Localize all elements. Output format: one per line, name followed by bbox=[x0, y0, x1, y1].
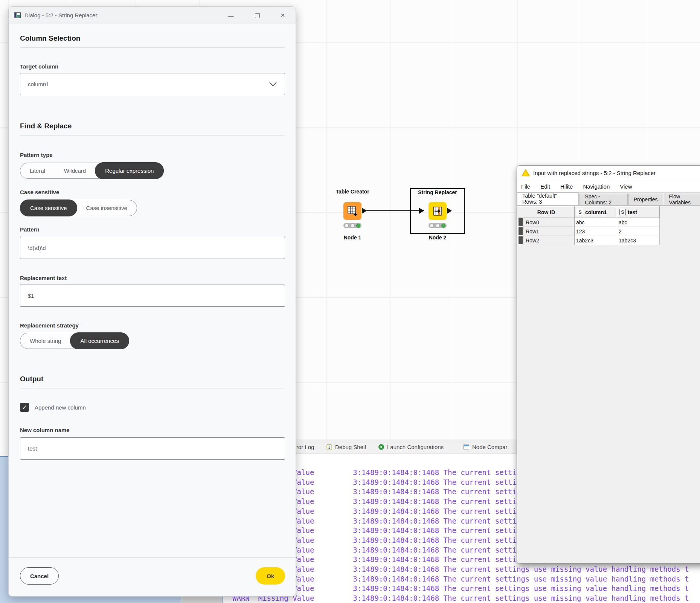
status-green-on bbox=[441, 224, 445, 228]
data-cell: 123 bbox=[575, 227, 617, 236]
data-cell: abc bbox=[575, 218, 617, 227]
tab-launch-configurations[interactable]: Launch Configurations bbox=[378, 440, 444, 454]
tab-node-comparator[interactable]: Node Compar bbox=[463, 440, 507, 454]
menu-edit[interactable]: Edit bbox=[540, 183, 550, 190]
launch-configurations-icon bbox=[378, 444, 384, 450]
string-replacer-dialog: Dialog - 5:2 - String Replacer — ✕ Colum… bbox=[8, 6, 296, 597]
node-label-2[interactable]: Node 2 bbox=[419, 234, 456, 241]
data-cell: 1ab2c3 bbox=[617, 236, 660, 245]
column-header-rowid[interactable]: Row ID bbox=[518, 207, 575, 218]
replacement-text-input[interactable]: $1 bbox=[20, 285, 285, 307]
debug-shell-icon: J bbox=[326, 444, 332, 450]
console-tab-label: Node Compar bbox=[472, 444, 507, 450]
table-view-titlebar[interactable]: Input with replaced strings - 5:2 - Stri… bbox=[517, 166, 700, 180]
console-tab-label: Debug Shell bbox=[335, 444, 366, 450]
status-amber-off bbox=[436, 224, 440, 228]
section-divider bbox=[20, 135, 285, 136]
row-id-cell: Row2 bbox=[523, 236, 575, 245]
ok-button[interactable]: Ok bbox=[256, 567, 285, 585]
table-row[interactable]: Row0 abc abc bbox=[518, 218, 660, 227]
tab-table-default[interactable]: Table "default" - Rows: 3 bbox=[517, 192, 579, 205]
node-title-table-creator: Table Creator bbox=[324, 189, 381, 195]
pattern-type-segmented: Literal Wildcard Regular expression bbox=[20, 163, 164, 179]
menu-file[interactable]: File bbox=[521, 183, 530, 190]
tab-properties[interactable]: Properties bbox=[628, 194, 663, 205]
pattern-type-label: Pattern type bbox=[20, 152, 53, 158]
table-header-row: Row ID Scolumn1 Stest bbox=[518, 207, 660, 218]
replacement-strategy-label: Replacement strategy bbox=[20, 322, 79, 329]
tab-spec-columns[interactable]: Spec - Columns: 2 bbox=[580, 194, 627, 205]
table-creator-status-light bbox=[343, 223, 361, 228]
status-amber-off bbox=[351, 224, 355, 228]
case-sensitive-label: Case sensitive bbox=[20, 189, 59, 195]
data-cell: abc bbox=[617, 218, 660, 227]
data-cell: 1ab2c3 bbox=[575, 236, 617, 245]
table-creator-node[interactable] bbox=[343, 202, 361, 220]
status-red-off bbox=[345, 224, 349, 228]
table-view-window: Input with replaced strings - 5:2 - Stri… bbox=[517, 165, 700, 563]
string-replacer-output-port[interactable] bbox=[447, 208, 452, 214]
menu-navigation[interactable]: Navigation bbox=[583, 183, 610, 190]
cancel-button[interactable]: Cancel bbox=[20, 567, 59, 585]
table-row[interactable]: Row2 1ab2c3 1ab2c3 bbox=[518, 236, 660, 245]
pattern-input[interactable]: \d(\d)\d bbox=[20, 237, 285, 259]
status-red-off bbox=[430, 224, 434, 228]
menu-view[interactable]: View bbox=[620, 183, 632, 190]
dialog-window-icon bbox=[14, 12, 21, 18]
section-heading-find-replace: Find & Replace bbox=[20, 122, 72, 130]
minimize-button[interactable]: — bbox=[220, 7, 241, 24]
string-replacer-node[interactable] bbox=[429, 202, 447, 220]
knime-triangle-icon bbox=[522, 169, 530, 177]
target-column-value: column1 bbox=[28, 81, 49, 87]
status-green-on bbox=[356, 224, 360, 228]
node-comparator-icon bbox=[463, 444, 470, 450]
new-column-name-value: test bbox=[28, 445, 37, 452]
pattern-value: \d(\d)\d bbox=[28, 245, 46, 251]
close-button[interactable]: ✕ bbox=[272, 7, 293, 24]
checkbox-checked-icon[interactable]: ✓ bbox=[20, 403, 29, 412]
table-row[interactable]: Row1 123 2 bbox=[518, 227, 660, 236]
string-type-icon: S bbox=[619, 209, 626, 215]
case-sensitive-segmented: Case sensitive Case insensitive bbox=[20, 200, 137, 216]
pattern-type-option-literal[interactable]: Literal bbox=[20, 163, 55, 179]
hilite-marker[interactable] bbox=[518, 227, 523, 236]
replacement-text-label: Replacement text bbox=[20, 275, 67, 281]
new-column-name-input[interactable]: test bbox=[20, 437, 285, 460]
string-replacer-input-port[interactable] bbox=[419, 208, 424, 214]
column-header-column1[interactable]: Scolumn1 bbox=[575, 207, 617, 218]
new-column-name-label: New column name bbox=[20, 427, 70, 433]
maximize-button[interactable] bbox=[247, 7, 268, 24]
case-option-sensitive[interactable]: Case sensitive bbox=[20, 199, 77, 216]
string-type-icon: S bbox=[577, 209, 583, 215]
target-column-label: Target column bbox=[20, 63, 58, 70]
strategy-option-all-occurrences[interactable]: All occurrences bbox=[70, 332, 129, 349]
console-tab-label: Launch Configurations bbox=[387, 444, 444, 450]
chevron-down-icon bbox=[269, 82, 277, 87]
table-view-tabstrip: Table "default" - Rows: 3 Spec - Columns… bbox=[517, 193, 700, 205]
target-column-select[interactable]: column1 bbox=[20, 73, 285, 95]
strategy-option-whole-string[interactable]: Whole string bbox=[20, 333, 70, 349]
row-id-cell: Row1 bbox=[523, 227, 575, 236]
tab-flow-variables[interactable]: Flow Variables bbox=[664, 194, 700, 205]
append-new-column-label: Append new column bbox=[35, 404, 86, 411]
table-creator-icon bbox=[346, 205, 358, 217]
tab-debug-shell[interactable]: J Debug Shell bbox=[326, 440, 366, 454]
hilite-marker[interactable] bbox=[518, 236, 523, 245]
replacement-strategy-segmented: Whole string All occurrences bbox=[20, 333, 129, 349]
section-divider bbox=[20, 388, 285, 388]
case-option-insensitive[interactable]: Case insensitive bbox=[77, 200, 137, 216]
menu-hilite[interactable]: Hilite bbox=[560, 183, 573, 190]
hilite-marker[interactable] bbox=[518, 218, 523, 227]
pattern-type-option-wildcard[interactable]: Wildcard bbox=[55, 163, 95, 179]
section-divider bbox=[20, 47, 285, 48]
table-view-menubar: File Edit Hilite Navigation View bbox=[517, 180, 700, 193]
append-new-column-row[interactable]: ✓ Append new column bbox=[20, 403, 86, 412]
node-label-1[interactable]: Node 1 bbox=[334, 234, 371, 241]
pattern-label: Pattern bbox=[20, 226, 40, 233]
knime-workbench: Table Creator Node 1 String Replacer bbox=[0, 0, 700, 603]
data-cell: 2 bbox=[617, 227, 660, 236]
replacement-text-value: $1 bbox=[28, 292, 34, 299]
column-header-test[interactable]: Stest bbox=[617, 207, 660, 218]
pattern-type-option-regex[interactable]: Regular expression bbox=[95, 162, 164, 179]
section-heading-column-selection: Column Selection bbox=[20, 34, 80, 43]
